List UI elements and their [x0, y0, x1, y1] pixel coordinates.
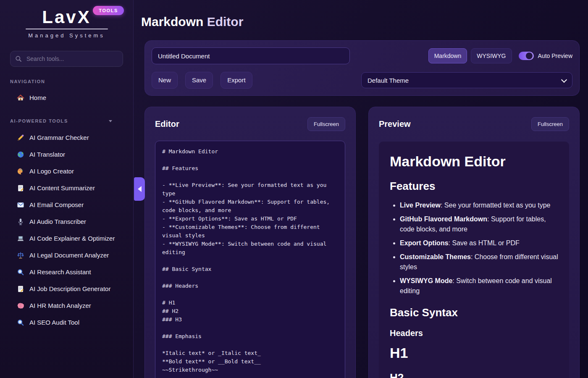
- sidebar-item-label: AI Legal Document Analyzer: [29, 251, 109, 260]
- search-input[interactable]: [10, 51, 123, 67]
- magnifier-icon: [17, 319, 24, 326]
- editor-fullscreen-button[interactable]: Fullscreen: [307, 117, 345, 131]
- sidebar-item-label: AI Content Summarizer: [29, 184, 95, 193]
- document-actions: New Save Export: [152, 72, 252, 89]
- preview-fullscreen-button[interactable]: Fullscreen: [531, 117, 569, 131]
- logo-underline: [26, 29, 108, 29]
- list-item: Customizable Themes: Choose from differe…: [400, 252, 558, 272]
- sidebar-item-logo-creator[interactable]: AI Logo Creator: [10, 163, 123, 180]
- auto-preview-label: Auto Preview: [538, 52, 572, 59]
- markdown-editor-textarea[interactable]: # Markdown Editor ## Features - **Live P…: [155, 141, 345, 378]
- laptop-icon: [17, 235, 24, 242]
- sidebar-item-hr-match[interactable]: AI HR Match Analyzer: [10, 297, 123, 314]
- preview-h1: Markdown Editor: [390, 153, 558, 170]
- sidebar-item-seo-audit[interactable]: AI SEO Audit Tool: [10, 314, 123, 331]
- document-toolbar: Markdown WYSIWYG Auto Preview New Save E…: [144, 40, 580, 96]
- brand-tagline: Managed Systems: [10, 32, 123, 39]
- preview-h2-sample: H2: [390, 371, 558, 378]
- tools-section-label: AI-POWERED TOOLS: [10, 118, 123, 123]
- preview-feature-list: Live Preview: See your formatted text as…: [400, 200, 558, 296]
- sidebar-item-home[interactable]: Home: [10, 89, 123, 106]
- page-title-accent: Editor: [207, 15, 244, 29]
- magnifier-icon: [17, 268, 24, 276]
- preview-pane: Preview Fullscreen Markdown Editor Featu…: [368, 107, 580, 378]
- sidebar-item-label: AI SEO Audit Tool: [29, 318, 79, 327]
- markdown-mode-button[interactable]: Markdown: [428, 48, 467, 63]
- sidebar-item-label: AI Email Composer: [29, 200, 84, 210]
- sidebar: TOOLS LavX Managed Systems NAVIGATION Ho…: [0, 0, 134, 378]
- tools-badge: TOOLS: [93, 6, 124, 15]
- editor-pane: Editor Fullscreen # Markdown Editor ## F…: [144, 107, 356, 378]
- sidebar-item-label: AI Translator: [29, 150, 65, 159]
- memo-icon: [17, 184, 24, 192]
- sidebar-item-label: AI Audio Transcriber: [29, 217, 86, 226]
- list-item: WYSIWYG Mode: Switch between code and vi…: [400, 276, 558, 296]
- sidebar-item-label: AI Grammar Checker: [29, 133, 89, 142]
- sidebar-item-job-description[interactable]: AI Job Description Generator: [10, 281, 123, 297]
- sidebar-item-content-summarizer[interactable]: AI Content Summarizer: [10, 180, 123, 197]
- main-content: Markdown Editor Markdown WYSIWYG Auto Pr…: [134, 0, 588, 378]
- brand: TOOLS LavX Managed Systems: [10, 6, 123, 39]
- theme-select[interactable]: Default Theme: [361, 72, 572, 88]
- preview-pane-title: Preview: [379, 119, 411, 129]
- sidebar-item-translator[interactable]: AI Translator: [10, 146, 123, 163]
- chevron-left-icon: [138, 186, 142, 192]
- sidebar-item-legal-analyzer[interactable]: AI Legal Document Analyzer: [10, 247, 123, 264]
- globe-icon: [17, 151, 24, 158]
- preview-h2-basic-syntax: Basic Syntax: [390, 306, 558, 319]
- preview-h3-headers: Headers: [390, 328, 558, 338]
- mode-group: Markdown WYSIWYG Auto Preview: [428, 48, 572, 63]
- page-title: Markdown Editor: [141, 13, 580, 31]
- preview-h2-features: Features: [390, 180, 558, 193]
- list-item: GitHub Flavored Markdown: Support for ta…: [400, 214, 558, 234]
- wysiwyg-mode-button[interactable]: WYSIWYG: [471, 48, 512, 63]
- email-icon: [17, 201, 24, 209]
- sidebar-item-grammar-checker[interactable]: AI Grammar Checker: [10, 129, 123, 146]
- microphone-icon: [17, 218, 24, 226]
- sidebar-item-email-composer[interactable]: AI Email Composer: [10, 197, 123, 213]
- new-button[interactable]: New: [152, 72, 178, 89]
- editor-pane-title: Editor: [155, 119, 179, 129]
- export-button[interactable]: Export: [220, 72, 252, 89]
- tools-list: AI Grammar Checker AI Translator AI Logo…: [10, 129, 123, 331]
- sidebar-item-label: AI Logo Creator: [29, 167, 74, 176]
- save-button[interactable]: Save: [185, 72, 213, 89]
- sidebar-item-audio-transcriber[interactable]: AI Audio Transcriber: [10, 213, 123, 230]
- search-tools: [10, 51, 123, 67]
- theme-select-wrap: Default Theme: [361, 72, 572, 88]
- toggle-switch-icon: [519, 52, 534, 60]
- auto-preview-toggle[interactable]: Auto Preview: [519, 52, 572, 60]
- memo-icon: [17, 285, 24, 293]
- sidebar-item-label: AI Code Explainer & Optimizer: [29, 234, 115, 243]
- list-item: Export Options: Save as HTML or PDF: [400, 238, 558, 248]
- chevron-down-icon[interactable]: [109, 120, 112, 122]
- list-item: Live Preview: See your formatted text as…: [400, 200, 558, 210]
- pencil-icon: [17, 134, 24, 142]
- sidebar-item-code-explainer[interactable]: AI Code Explainer & Optimizer: [10, 230, 123, 247]
- sidebar-collapse-handle[interactable]: [134, 177, 145, 201]
- home-icon: [17, 94, 24, 102]
- preview-h1-sample: H1: [390, 345, 558, 361]
- sidebar-item-label: AI HR Match Analyzer: [29, 301, 91, 310]
- rendered-markdown-preview: Markdown Editor Features Live Preview: S…: [379, 142, 569, 378]
- app-root: TOOLS LavX Managed Systems NAVIGATION Ho…: [0, 0, 588, 378]
- document-title-input[interactable]: [152, 47, 350, 64]
- sidebar-item-label: AI Research Assistant: [29, 268, 91, 277]
- brain-icon: [17, 302, 24, 310]
- sidebar-item-label: AI Job Description Generator: [29, 284, 110, 294]
- nav-section-label: NAVIGATION: [10, 79, 123, 84]
- palette-icon: [17, 168, 24, 175]
- search-icon: [15, 55, 22, 63]
- sidebar-item-label: Home: [29, 93, 46, 102]
- editor-preview-panes: Editor Fullscreen # Markdown Editor ## F…: [144, 107, 580, 378]
- scales-icon: [17, 252, 24, 259]
- sidebar-item-research-assistant[interactable]: AI Research Assistant: [10, 264, 123, 281]
